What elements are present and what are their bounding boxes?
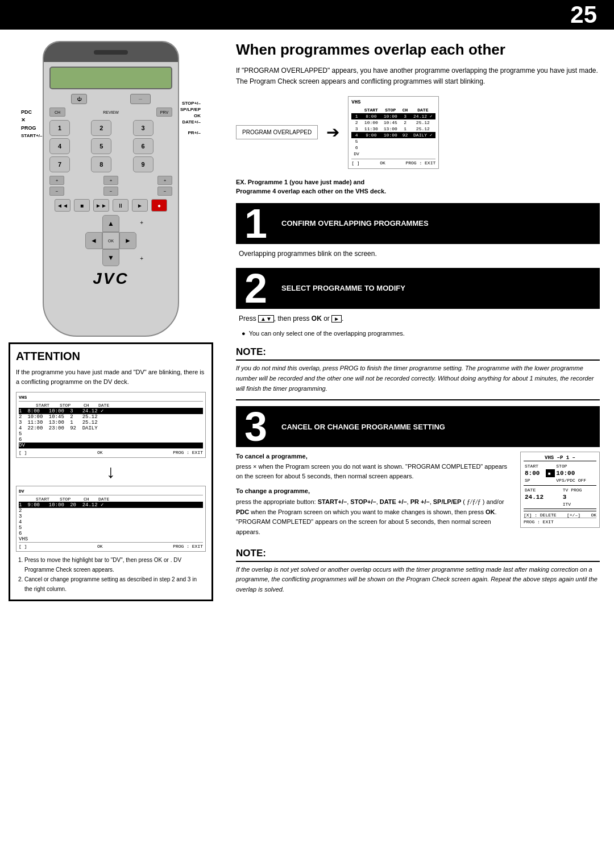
- page-number: 25: [570, 3, 597, 27]
- vhs-p1-date-table: DATE TV PROG 24.12 3: [524, 487, 596, 507]
- note2-box: NOTE: If the overlap is not yet solved o…: [236, 548, 600, 595]
- plus-btn-right[interactable]: +: [157, 176, 172, 185]
- vhs-p1-table: START STOP 8:00 ■ 10:00 SP VPS/PDC: [524, 463, 596, 483]
- vhs-col-start: START: [362, 107, 381, 113]
- att-dv-row-vhs: VHS: [19, 536, 203, 542]
- date-label: DATE+/–: [180, 119, 201, 125]
- navigation-cross: ▲ ▼ ◄ ► OK + +: [85, 215, 136, 266]
- vhs-p1-plus: [+/–]: [567, 512, 580, 518]
- stop-btn[interactable]: ■: [74, 199, 90, 212]
- step1-number: 1: [236, 203, 276, 244]
- att-dv-screen: DV START STOP CH DATE 1 9:00 10:00 20 24…: [16, 486, 206, 552]
- btn-9[interactable]: 9: [133, 156, 154, 172]
- vhs-table: START STOP CH DATE 18:0010:00324.12 ✓ 21…: [351, 107, 435, 157]
- remote-screen: [49, 67, 172, 89]
- btn-1[interactable]: 1: [49, 120, 70, 136]
- vhs-row-5: 5: [351, 138, 435, 144]
- att-dv-footer: [ ]OKPROG : EXIT: [19, 542, 203, 549]
- att-dv-title: DV: [19, 489, 203, 495]
- play-btn[interactable]: ►: [132, 199, 148, 212]
- vhs-p1-date-label: DATE: [524, 487, 558, 493]
- btn-3[interactable]: 3: [133, 120, 154, 136]
- vhs-row-4: 49:0010:0092DAILY ✓: [351, 132, 435, 138]
- review-label: REVIEW: [103, 108, 119, 117]
- att-row-3: 3 11:30 13:00 1 25.12: [19, 420, 203, 425]
- vhs-p1-stop-val: 10:00: [555, 469, 596, 477]
- left-column: PDC ✕ PROG START+/– STOP+/– SP/LP/EP OK …: [0, 30, 222, 868]
- remote-top-buttons: ⏻ ···: [49, 94, 172, 104]
- att-row-2: 2 10:00 10:45 2 25.12: [19, 414, 203, 420]
- step2-header: 2 SELECT PROGRAMME TO MODIFY: [236, 268, 600, 309]
- vhs-p1-screen: VHS –P 1 – START STOP 8:00 ■ 10:00: [520, 452, 600, 528]
- vhs-table-header-row: START STOP CH DATE: [351, 107, 435, 113]
- pause-btn[interactable]: ⏸: [113, 199, 128, 212]
- vhs-p1-title: VHS –P 1 –: [524, 455, 596, 461]
- nav-right-btn[interactable]: ►: [119, 232, 136, 249]
- nav-left-btn[interactable]: ◄: [85, 232, 102, 249]
- rewind-btn[interactable]: ◄◄: [55, 199, 70, 212]
- plus-btn-left[interactable]: +: [49, 176, 64, 185]
- att-dv-row-4: 4: [19, 519, 203, 525]
- vhs-p1-itv: ITV: [562, 501, 596, 507]
- nav-center-btn[interactable]: OK: [102, 232, 119, 249]
- preview-btn[interactable]: PRV: [156, 108, 172, 117]
- btn-8[interactable]: 8: [91, 156, 111, 172]
- cancel-text: press × when the Program screen you do n…: [236, 463, 507, 480]
- attention-text: If the programme you have just made and …: [16, 367, 206, 386]
- note1-title: NOTE:: [236, 346, 600, 361]
- att-dv-row-6: 6: [19, 531, 203, 536]
- step3-content: To cancel a programme, press × when the …: [236, 452, 600, 542]
- step1-title-box: CONFIRM OVERLAPPING PROGRAMMES: [276, 203, 434, 244]
- arrow-right: ➔: [326, 123, 339, 142]
- attention-step-2: Cancel or change programme setting as de…: [24, 574, 206, 594]
- minus-btn-right[interactable]: −: [157, 187, 172, 196]
- cancel-label: To cancel a programme,: [236, 453, 308, 460]
- menu-btn[interactable]: ···: [130, 94, 151, 104]
- plus-btn-mid[interactable]: +: [103, 176, 118, 185]
- btn-4[interactable]: 4: [49, 138, 70, 154]
- step3-title: CANCEL OR CHANGE PROGRAMME SETTING: [281, 423, 445, 431]
- step1-title: CONFIRM OVERLAPPING PROGRAMMES: [281, 219, 429, 228]
- att-row-5: 5: [19, 431, 203, 437]
- attention-box: ATTENTION If the programme you have just…: [9, 342, 213, 601]
- step2-bullet: You can only select one of the overlappi…: [236, 329, 600, 338]
- vhs-row-3: 311:3013:00125.12: [351, 126, 435, 132]
- step2-number: 2: [236, 268, 276, 309]
- remote-control-illustration: PDC ✕ PROG START+/– STOP+/– SP/LP/EP OK …: [20, 41, 202, 337]
- ffwd-btn[interactable]: ►►: [93, 199, 109, 212]
- vhs-p1-vps: VPS/PDC OFF: [555, 477, 596, 483]
- att-dv-row-3: 3: [19, 514, 203, 519]
- vhs-p1-start-label: START: [524, 463, 546, 469]
- nav-down-btn[interactable]: ▼: [102, 249, 119, 266]
- vhs-p1-start-val: 8:00: [524, 469, 546, 477]
- btn-2[interactable]: 2: [91, 120, 111, 136]
- btn-6[interactable]: 6: [133, 138, 154, 154]
- step2-title: SELECT PROGRAMME TO MODIFY: [281, 284, 405, 292]
- step1-content: Overlapping programmes blink on the scre…: [236, 249, 600, 259]
- vhs-p1-date-val: 24.12: [524, 493, 558, 501]
- vhs-p1-tvprog-label: TV PROG: [562, 487, 596, 493]
- att-row-4: 4 22:00 23:00 92 DAILY: [19, 425, 203, 431]
- vhs-p1-date-label-row: DATE TV PROG: [524, 487, 596, 493]
- ch-btn[interactable]: CH: [49, 108, 65, 117]
- step3-section: 3 CANCEL OR CHANGE PROGRAMME SETTING To …: [236, 399, 600, 594]
- minus-btn-mid[interactable]: −: [103, 187, 118, 196]
- step3-text: To cancel a programme, press × when the …: [236, 452, 512, 542]
- step2-content: Press ▲▼, then press OK or ►.: [236, 313, 600, 324]
- note2-text: If the overlap is not yet solved or anot…: [236, 565, 600, 595]
- step3-number: 3: [236, 406, 276, 447]
- vhs-screen-title: VHS: [351, 100, 435, 105]
- rec-btn[interactable]: ●: [151, 199, 167, 212]
- btn-5[interactable]: 5: [91, 138, 111, 154]
- minus-btn-left[interactable]: −: [49, 187, 64, 196]
- att-row-6: 6: [19, 437, 203, 443]
- vhs-p1-prog-exit: PROG : EXIT: [524, 518, 596, 524]
- vhs-p1-tvprog-val: 3: [562, 493, 596, 501]
- power-btn[interactable]: ⏻: [71, 94, 87, 104]
- vhs-p1-row-start-stop: START STOP: [524, 463, 596, 469]
- change-label: To change a programme,: [236, 487, 310, 494]
- btn-7[interactable]: 7: [49, 156, 70, 172]
- vhs-p1-stop-label: STOP: [555, 463, 596, 469]
- nav-up-btn[interactable]: ▲: [102, 215, 119, 232]
- remote-body: ⏻ ··· CH REVIEW PRV 1 2 3 4 5 6 7: [43, 41, 179, 337]
